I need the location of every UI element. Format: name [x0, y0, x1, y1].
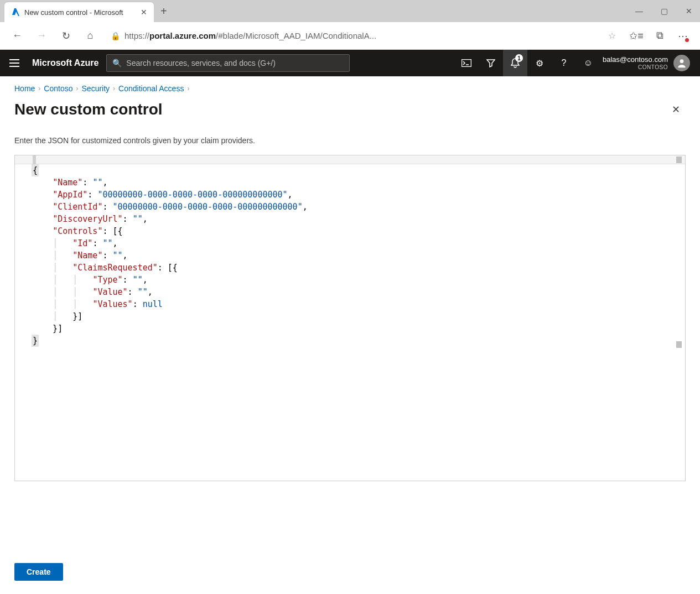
browser-tab[interactable]: New custom control - Microsoft ✕	[4, 2, 154, 22]
notification-badge: 1	[515, 54, 523, 62]
favorites-list-icon[interactable]: ✩≡	[627, 27, 646, 45]
window-maximize-button[interactable]: ▢	[661, 7, 668, 15]
settings-gear-icon[interactable]: ⚙	[527, 50, 552, 76]
global-search-input[interactable]	[126, 59, 344, 67]
svg-rect-1	[462, 60, 471, 67]
collections-icon[interactable]: ⧉	[650, 27, 669, 45]
azure-portal-header: Microsoft Azure 🔍 1 ⚙ ? ☺ balas@contoso.…	[0, 50, 700, 76]
create-button[interactable]: Create	[14, 563, 63, 581]
breadcrumb-contoso[interactable]: Contoso	[44, 84, 72, 93]
azure-favicon-icon	[11, 8, 20, 17]
chevron-right-icon: ›	[38, 85, 40, 92]
forward-button: →	[32, 27, 51, 45]
editor-top-gutter	[15, 155, 685, 164]
new-tab-button[interactable]: +	[160, 6, 167, 17]
search-icon: 🔍	[112, 59, 122, 67]
url-text: https://portal.azure.com/#blade/Microsof…	[125, 31, 376, 40]
page-description: Enter the JSON for customized controls g…	[14, 136, 686, 145]
browser-tab-strip: New custom control - Microsoft ✕ +	[0, 0, 700, 22]
chevron-right-icon: ›	[187, 85, 189, 92]
home-button[interactable]: ⌂	[81, 27, 100, 45]
favorite-star-icon[interactable]: ☆	[608, 30, 616, 41]
account-email: balas@contoso.com	[603, 56, 668, 64]
close-blade-icon[interactable]: ✕	[666, 101, 686, 118]
directory-filter-icon[interactable]	[479, 50, 503, 76]
svg-point-2	[680, 59, 684, 63]
breadcrumb-conditional-access[interactable]: Conditional Access	[118, 84, 184, 93]
page-title: New custom control	[14, 101, 163, 118]
cloud-shell-icon[interactable]	[454, 50, 479, 76]
json-editor[interactable]: { "Name": "", "AppId": "00000000-0000-00…	[14, 155, 686, 481]
back-button[interactable]: ←	[8, 27, 27, 45]
window-close-button[interactable]: ✕	[686, 7, 692, 15]
account-menu[interactable]: balas@contoso.com CONTOSO	[603, 55, 692, 71]
refresh-button[interactable]: ↻	[56, 27, 75, 45]
editor-scrollbar-handle[interactable]	[676, 341, 682, 348]
breadcrumb-security[interactable]: Security	[82, 84, 110, 93]
json-editor-body[interactable]: { "Name": "", "AppId": "00000000-0000-00…	[15, 164, 685, 481]
chevron-right-icon: ›	[76, 85, 79, 92]
lock-icon: 🔒	[111, 32, 120, 40]
global-search-box[interactable]: 🔍	[106, 54, 350, 72]
url-field[interactable]: 🔒 https://portal.azure.com/#blade/Micros…	[105, 27, 621, 45]
svg-marker-0	[12, 8, 19, 16]
breadcrumb-home[interactable]: Home	[14, 84, 35, 93]
browser-tab-title: New custom control - Microsoft	[24, 8, 136, 17]
window-minimize-button[interactable]: —	[635, 7, 643, 15]
account-tenant: CONTOSO	[603, 64, 668, 70]
browser-address-bar: ← → ↻ ⌂ 🔒 https://portal.azure.com/#blad…	[0, 22, 700, 50]
feedback-smiley-icon[interactable]: ☺	[576, 50, 600, 76]
browser-window-chrome: — ▢ ✕ New custom control - Microsoft ✕ +	[0, 0, 700, 22]
hamburger-menu-icon[interactable]	[8, 56, 21, 70]
browser-more-icon[interactable]: ⋯	[673, 27, 692, 45]
breadcrumb: Home› Contoso› Security› Conditional Acc…	[14, 84, 686, 93]
notifications-icon[interactable]: 1	[503, 50, 527, 76]
help-icon[interactable]: ?	[552, 50, 576, 76]
tab-close-icon[interactable]: ✕	[141, 8, 147, 17]
azure-brand[interactable]: Microsoft Azure	[32, 58, 98, 68]
avatar-icon	[673, 55, 690, 71]
chevron-right-icon: ›	[113, 85, 115, 92]
